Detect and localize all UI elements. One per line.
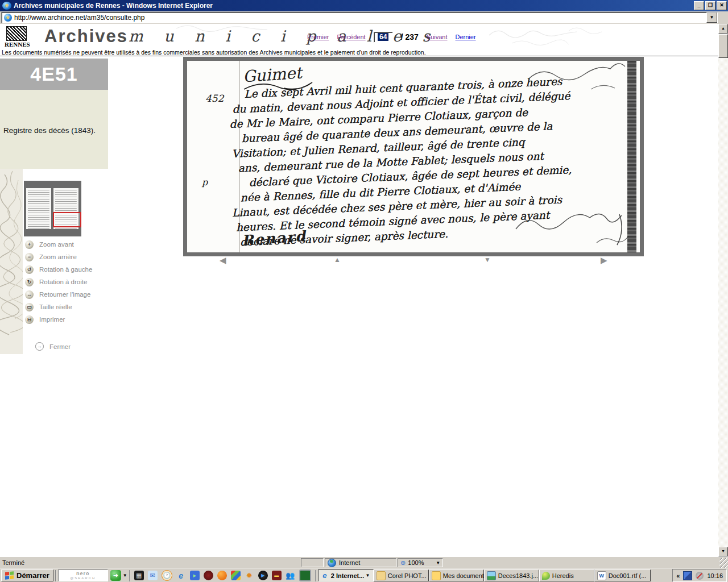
folder-icon [432, 571, 441, 580]
page-number-value: 64 [378, 33, 388, 41]
close-viewer-button[interactable]: → Fermer [35, 342, 71, 351]
page-total: / 237 [401, 32, 419, 41]
tray-clock[interactable]: 10:16 [707, 572, 723, 579]
rennes-logo-text: RENNES [5, 41, 27, 48]
viewer-toolbox: + Zoom avant − Zoom arrière ↺ Rotation à… [25, 238, 150, 326]
system-tray: « 10:16 [672, 569, 727, 582]
nero-icon[interactable] [204, 571, 213, 580]
reader-icon[interactable]: ▸ [190, 571, 200, 580]
clock-icon[interactable]: 🕐 [162, 570, 172, 581]
start-button[interactable]: Démarrer [1, 569, 53, 581]
pan-down-arrow-icon[interactable]: ▼ [484, 256, 491, 264]
status-zone-panel: Internet [325, 558, 396, 567]
corel-photo-icon [377, 571, 386, 580]
nav-suivant-link[interactable]: Suivant [427, 34, 448, 40]
print-icon: ⊟ [25, 315, 34, 324]
close-viewer-label: Fermer [49, 343, 71, 350]
tool-rotate-right[interactable]: ↻ Rotation à droite [25, 276, 150, 288]
pan-up-arrow-icon[interactable]: ▲ [334, 256, 341, 264]
page-navigation: Premier Précédent 64 / 237 Suivant Derni… [307, 31, 495, 43]
close-button[interactable]: ✕ [717, 1, 727, 10]
antivirus-disabled-icon[interactable] [696, 572, 704, 580]
quick-launch-bar: ▦ ✉ 🕐 e ▸ ✹ ▶ ▬ 👥 [134, 569, 311, 581]
address-input[interactable]: e http://www.archinoe.net/am35/consulte.… [1, 12, 718, 23]
pan-right-arrow-icon[interactable]: ▶ [601, 256, 607, 264]
image-file-icon [487, 571, 496, 580]
taskbar-separator [315, 570, 316, 581]
network-monitors-icon[interactable] [683, 571, 692, 580]
cote-header: 4E51 [0, 59, 108, 90]
mail-icon[interactable]: ✉ [148, 571, 158, 580]
site-title-archives: Archives [44, 26, 128, 47]
page-number-input[interactable]: 64 [374, 32, 393, 43]
tray-expand-chevron[interactable]: « [676, 572, 680, 579]
close-arrow-icon: → [35, 342, 44, 351]
ie-icon[interactable]: e [176, 571, 186, 580]
rennes-logo-mark [6, 26, 27, 41]
marginal-annotation-bottom [511, 210, 634, 250]
zoom-in-icon: + [25, 240, 34, 249]
taskbar: Démarrer nero @SEARCH ➜ ▼ ▦ ✉ 🕐 e ▸ ✹ ▶ … [0, 568, 728, 582]
nero-search-go-icon[interactable]: ➜ [110, 570, 121, 581]
heredis-leaf-icon [542, 572, 550, 580]
taskbar-app-deces1843[interactable]: Deces1843.j... [484, 569, 539, 581]
taskbar-app-heredis[interactable]: Heredis [539, 569, 594, 581]
tool-flip-image[interactable]: ↔ Retourner l'image [25, 288, 150, 301]
zoom-level: 100% [408, 559, 424, 566]
nav-premier-link[interactable]: Premier [307, 34, 329, 40]
internet-zone-icon [328, 559, 336, 567]
tool-zoom-out[interactable]: − Zoom arrière [25, 251, 150, 263]
group-dropdown-icon: ▼ [365, 573, 370, 578]
status-zoom-panel[interactable]: ⊕ 100% ▼ [398, 558, 443, 567]
marginal-annotation-top [523, 62, 631, 95]
tool-zoom-in[interactable]: + Zoom avant [25, 238, 150, 251]
zoom-dropdown-icon[interactable]: ▼ [436, 560, 440, 566]
nero-express-icon[interactable]: ▬ [272, 571, 282, 580]
taskbar-separator [129, 570, 130, 581]
taskbar-app-corel[interactable]: Corel PHOT... [374, 569, 429, 581]
taskbar-app-doc001[interactable]: W Doc001.rtf (... [594, 569, 651, 581]
burst-icon[interactable]: ✹ [245, 571, 254, 580]
status-text: Terminé [2, 559, 24, 566]
nav-dernier-link[interactable]: Dernier [456, 34, 476, 40]
tool-rotate-left[interactable]: ↺ Rotation à gauche [25, 263, 150, 276]
flip-image-icon: ↔ [25, 290, 34, 299]
minimize-button[interactable]: _ [694, 1, 704, 10]
resize-grip[interactable] [719, 558, 728, 568]
nav-precedent-link[interactable]: Précédent [337, 34, 366, 40]
taskbar-app-internet[interactable]: e 2 Internet... ▼ [318, 569, 374, 581]
nero-search-input[interactable]: nero @SEARCH [58, 569, 108, 581]
messenger-icon[interactable]: 👥 [286, 571, 295, 580]
scroll-down-icon[interactable]: ▼ [718, 547, 728, 556]
vertical-scrollbar[interactable]: ▲ ▼ [718, 24, 728, 556]
decorative-scan-strip [0, 169, 23, 354]
address-dropdown-icon[interactable]: ▼ [706, 13, 717, 23]
thumbnail-left-page [26, 188, 51, 229]
nero-search-dropdown-icon[interactable]: ▼ [123, 573, 127, 578]
media-player-icon[interactable]: ▶ [258, 571, 268, 580]
scrollbar-thumb[interactable] [718, 34, 728, 58]
grid-icon[interactable]: ▦ [134, 571, 144, 580]
status-progress-panel [301, 558, 324, 567]
tool-real-size[interactable]: ▭ Taille réelle [25, 301, 150, 313]
rotate-left-icon: ↺ [25, 265, 34, 274]
scroll-up-icon[interactable]: ▲ [718, 24, 728, 34]
status-bar: Terminé Internet ⊕ 100% ▼ [0, 556, 728, 568]
book-edge-shadow [627, 61, 636, 252]
thumbnail-view-rectangle[interactable] [53, 212, 81, 227]
document-image[interactable]: Guimet 452 p Le dix sept Avril mil huit … [187, 61, 640, 252]
real-size-icon: ▭ [25, 303, 34, 311]
copyright-notice: Les documents numérisés ne peuvent être … [0, 48, 728, 56]
display-icon[interactable] [299, 569, 311, 581]
pan-left-arrow-icon[interactable]: ◀ [220, 256, 226, 264]
pictures-icon[interactable] [231, 571, 241, 580]
taskbar-separator [55, 570, 56, 581]
tool-print[interactable]: ⊟ Imprimer [25, 313, 150, 326]
cote-label: 4E51 [30, 63, 77, 85]
page-thumbnail[interactable] [24, 181, 81, 236]
window-titlebar: e Archives municipales de Rennes - Windo… [0, 0, 728, 11]
restore-button[interactable]: ❐ [705, 1, 715, 10]
taskbar-app-mes-documents[interactable]: Mes documents [429, 569, 484, 581]
ie-icon: e [321, 572, 329, 580]
firefox-icon[interactable] [217, 571, 227, 580]
